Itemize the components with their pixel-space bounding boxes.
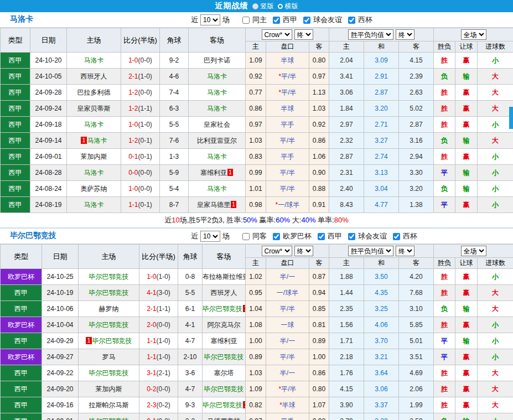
match-count-select[interactable]: 10 [200,231,220,242]
europe-home-odds-cell: 1.71 [329,333,364,349]
red-card-badge: 1 [243,305,246,312]
score-cell: 1-0(0-0) [121,181,160,197]
filter-checkbox-2[interactable] [318,233,325,240]
home-team-cell: 马洛卡 [67,53,121,69]
goals-result-cell: 小 [478,181,513,197]
europe-final-select[interactable]: 终 [396,246,414,256]
handicap-home-odds-cell: 0.97 [246,117,266,133]
handicap-text: 平手 [281,121,294,128]
handicap-text: 平/半 [281,385,296,393]
league-badge: 西甲 [1,301,42,317]
sub-header-7: 让球 [455,258,478,269]
handicap-result-cell: 赢 [455,317,478,333]
handicap-line-cell: 一球 [266,317,309,333]
filter-checkbox-4[interactable] [393,233,400,240]
date-cell: 24-10-19 [42,285,79,301]
halftime-score: (0-0) [157,321,170,329]
results-table: 类型日期主场比分(半场)角球客场Crow*终胜平负均值终全场主盘口客主和客胜负让… [0,28,513,213]
europe-final-select[interactable]: 终 [396,29,414,40]
away-team-cell: 西班牙人 [203,285,246,301]
score-cell: 1-1(1-0) [139,349,178,365]
away-team-cell: 马洛卡 [189,85,246,101]
score-cell: 4-1(3-0) [139,285,178,301]
league-badge: 西甲 [1,69,30,84]
scope-select[interactable]: 全场 [461,246,486,256]
summary-segment-1: 10 [172,216,179,224]
fulltime-score: 1-1 [128,201,138,209]
europe-away-odds-cell: 2.39 [399,69,434,85]
winloss-cell: 平 [434,333,455,349]
sub-header-8: 进球数 [478,258,513,269]
goals-result-cell: 小 [478,197,513,213]
scrollbar-thumb[interactable] [509,107,513,129]
europe-draw-odds-cell: 4.06 [364,317,399,333]
handicap-result-cell: 输 [455,181,478,197]
handicap-away-odds-cell: 0.94 [309,285,329,301]
handicap-result-cell: 赢 [455,397,478,413]
red-card-badge: 1 [86,337,91,344]
filter-checkbox-3[interactable] [348,233,355,240]
filter-checkbox-0[interactable] [242,233,250,240]
match-row: 欧罗巴杯24-10-04毕尔巴鄂竞技2-0(0-0)4-1阿尔克马尔1.08一球… [1,317,513,333]
europe-odds-select[interactable]: 胜平负均值 [348,29,393,40]
match-row: 西甲24-09-291毕尔巴鄂竞技1-1(1-0)4-7塞维利亚1.00半/一0… [1,333,513,349]
goals-result-cell: 大 [478,101,513,117]
company-select[interactable]: Crow* [262,246,292,256]
filter-checkbox-1[interactable] [273,233,280,240]
fulltime-score: 1-1 [147,353,156,361]
sub-header-1: 盘口 [266,258,309,269]
filter-checkbox-0[interactable] [242,17,250,24]
league-badge: 西甲 [1,413,42,420]
team-name-text: 西班牙人 [81,72,107,80]
team-name-text: 马洛卡 [87,137,107,144]
europe-away-odds-cell: 5.01 [399,333,434,349]
sub-header-4: 和 [364,42,399,53]
match-row: 西甲24-09-20莱加内斯0-2(0-0)4-7毕尔巴鄂竞技1.09*平/半0… [1,381,513,397]
radio-checked-icon [252,3,258,9]
halftime-score: (1-0) [157,353,170,361]
fulltime-score: 2-3 [147,401,156,409]
team-name-text: 毕尔巴鄂竞技 [89,369,129,377]
europe-home-odds-cell: 3.06 [329,85,364,101]
team-name-text: 马洛卡 [207,72,227,80]
league-badge: 西甲 [1,117,30,132]
handicap-away-odds-cell: 0.91 [309,197,329,213]
europe-draw-odds-cell: 2.71 [364,117,399,133]
filter-checkbox-1[interactable] [273,17,280,24]
league-type-cell: 西甲 [1,285,42,301]
layout-vertical-option[interactable]: 竖版 [252,2,274,11]
winloss-cell: 负 [434,301,455,317]
europe-away-odds-cell: 4.15 [399,53,434,69]
handicap-line-cell: *平/半 [266,381,309,397]
corner-cell: 4-6 [160,69,189,85]
europe-odds-select[interactable]: 胜平负均值 [348,246,393,256]
layout-horizontal-option[interactable]: 横版 [278,2,298,11]
match-row: 西甲24-09-01莱加内斯0-1(0-1)1-3马洛卡0.83平手1.062.… [1,149,513,165]
scope-select[interactable]: 全场 [461,29,486,40]
date-cell: 24-09-29 [42,333,79,349]
europe-away-odds-cell: 7.68 [399,285,434,301]
result-scope-group: 全场 [434,245,513,258]
col-header-1: 日期 [30,28,67,53]
team-name-text: 莱加内斯 [96,385,122,393]
handicap-final-select[interactable]: 终 [294,246,313,256]
filter-checkbox-2[interactable] [303,17,310,24]
league-type-cell: 西甲 [1,181,30,197]
company-select[interactable]: Crow* [262,29,292,40]
winloss-cell: 胜 [434,381,455,397]
home-team-cell: 马洛卡 [67,165,121,181]
europe-draw-odds-cell: 3.06 [364,381,399,397]
handicap-final-select[interactable]: 终 [294,29,313,40]
league-badge: 西甲 [1,397,42,413]
europe-home-odds-cell: 2.40 [329,181,364,197]
handicap-away-odds-cell: 0.97 [309,69,329,85]
league-badge: 西甲 [1,197,30,212]
filter-checkbox-3[interactable] [348,17,355,24]
winloss-cell: 胜 [434,53,455,69]
corner-cell: 1-3 [160,149,189,165]
handicap-line-cell: *平/半 [266,69,309,85]
match-count-select[interactable]: 10 [200,14,220,25]
europe-home-odds-cell: 2.87 [329,149,364,165]
team-name-text: 马洛卡 [84,121,104,128]
europe-home-odds-cell: 3.41 [329,69,364,85]
